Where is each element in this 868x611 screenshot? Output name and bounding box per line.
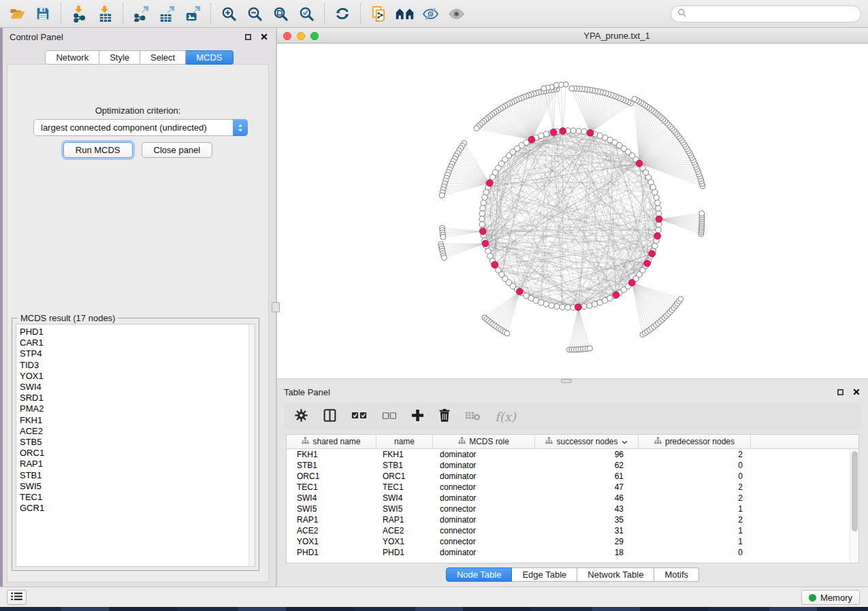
mcds-result-item[interactable]: PMA2	[20, 403, 255, 414]
run-mcds-button[interactable]: Run MCDS	[63, 142, 133, 158]
cell-name[interactable]: PHD1	[376, 547, 433, 558]
cell-mcds-role[interactable]: dominator	[433, 514, 535, 525]
table-row[interactable]: TEC1TEC1connector472	[287, 482, 850, 493]
cell-shared-name[interactable]: PHD1	[287, 547, 376, 558]
mcds-result-list[interactable]: PHD1CAR1STP4TID3YOX1SWI4SRD1PMA2FKH1ACE2…	[16, 324, 255, 567]
cell-mcds-role[interactable]: connector	[433, 536, 535, 547]
table-row[interactable]: ORC1ORC1dominator610	[287, 471, 850, 482]
table-row[interactable]: SWI5SWI5connector431	[287, 503, 850, 514]
cell-predecessor-nodes[interactable]: 2	[639, 449, 751, 460]
search-input[interactable]	[690, 7, 861, 21]
column-header-successor-nodes[interactable]: successor nodes	[535, 435, 639, 448]
cell-shared-name[interactable]: YOX1	[287, 536, 376, 547]
select-all-button[interactable]	[351, 410, 368, 423]
zoom-out-button[interactable]	[242, 2, 268, 25]
table-tab-network-table[interactable]: Network Table	[577, 567, 654, 582]
tab-select[interactable]: Select	[140, 50, 186, 65]
float-panel-icon[interactable]	[243, 32, 253, 42]
table-row[interactable]: ACE2ACE2connector311	[287, 525, 850, 536]
cell-successor-nodes[interactable]: 35	[535, 514, 639, 525]
cell-mcds-role[interactable]: dominator	[433, 460, 535, 471]
table-row[interactable]: STB1STB1dominator620	[287, 460, 850, 471]
cell-predecessor-nodes[interactable]: 2	[639, 482, 751, 493]
export-image-button[interactable]	[180, 2, 206, 25]
cell-predecessor-nodes[interactable]: 0	[639, 547, 751, 558]
mcds-result-item[interactable]: SRD1	[20, 393, 255, 403]
cell-shared-name[interactable]: FKH1	[287, 449, 376, 460]
mcds-result-item[interactable]: SWI5	[20, 481, 255, 492]
table-tab-node-table[interactable]: Node Table	[446, 567, 513, 582]
add-column-button[interactable]	[411, 409, 424, 424]
table-tab-edge-table[interactable]: Edge Table	[512, 567, 577, 582]
mcds-result-item[interactable]: FKH1	[20, 415, 255, 426]
show-columns-button[interactable]	[323, 408, 337, 425]
zoom-in-button[interactable]	[216, 2, 242, 25]
vertical-splitter-grip[interactable]	[272, 302, 280, 312]
cell-shared-name[interactable]: SWI5	[287, 503, 376, 514]
cell-shared-name[interactable]: STB1	[287, 460, 376, 471]
table-row[interactable]: RAP1RAP1dominator352	[287, 514, 850, 525]
mcds-result-item[interactable]: PHD1	[20, 327, 255, 337]
cell-name[interactable]: TEC1	[376, 482, 433, 493]
mcds-result-item[interactable]: STB1	[20, 470, 255, 481]
float-panel-icon[interactable]	[835, 387, 845, 397]
cell-predecessor-nodes[interactable]: 2	[639, 493, 751, 503]
cell-shared-name[interactable]: SWI4	[287, 493, 376, 503]
close-panel-icon[interactable]	[259, 32, 269, 42]
mcds-list-scrollbar[interactable]	[248, 325, 255, 566]
column-header-predecessor-nodes[interactable]: predecessor nodes	[639, 435, 751, 448]
network-canvas[interactable]	[277, 44, 868, 378]
cell-predecessor-nodes[interactable]: 2	[639, 514, 751, 525]
cell-mcds-role[interactable]: connector	[433, 482, 535, 493]
cell-successor-nodes[interactable]: 96	[535, 449, 639, 460]
mcds-result-item[interactable]: ORC1	[20, 448, 255, 459]
cell-mcds-role[interactable]: connector	[433, 503, 535, 514]
import-network-button[interactable]	[66, 2, 92, 25]
tab-style[interactable]: Style	[99, 50, 140, 65]
close-panel-icon[interactable]	[852, 387, 861, 397]
mcds-result-item[interactable]: ACE2	[20, 426, 255, 437]
horizontal-splitter[interactable]	[277, 378, 868, 383]
cell-shared-name[interactable]: RAP1	[287, 514, 376, 525]
horizontal-splitter-grip[interactable]	[561, 379, 572, 383]
mcds-result-item[interactable]: STP4	[20, 348, 255, 359]
zoom-fit-button[interactable]	[268, 2, 293, 25]
cell-name[interactable]: SWI4	[376, 493, 433, 503]
column-header-mcds-role[interactable]: MCDS role	[433, 435, 535, 448]
tab-network[interactable]: Network	[45, 50, 99, 65]
cell-mcds-role[interactable]: dominator	[433, 449, 535, 460]
memory-button[interactable]: Memory	[801, 590, 860, 605]
cell-predecessor-nodes[interactable]: 0	[639, 471, 751, 482]
cell-predecessor-nodes[interactable]: 0	[639, 460, 751, 471]
cell-successor-nodes[interactable]: 46	[535, 493, 639, 503]
cell-successor-nodes[interactable]: 43	[535, 503, 639, 514]
cell-mcds-role[interactable]: dominator	[433, 493, 535, 503]
first-neighbors-button[interactable]	[391, 2, 417, 25]
column-header-name[interactable]: name	[376, 435, 433, 448]
mcds-result-item[interactable]: CAR1	[20, 337, 255, 348]
import-table-button[interactable]	[92, 2, 118, 25]
save-button[interactable]	[30, 2, 56, 25]
cell-mcds-role[interactable]: connector	[433, 525, 535, 536]
cell-successor-nodes[interactable]: 61	[535, 471, 639, 482]
mcds-result-item[interactable]: RAP1	[20, 459, 255, 469]
mcds-result-item[interactable]: TEC1	[20, 492, 255, 503]
maximize-window-button[interactable]	[310, 32, 319, 40]
table-scrollbar[interactable]	[850, 449, 858, 563]
table-row[interactable]: PHD1PHD1dominator180	[287, 547, 850, 558]
mcds-result-item[interactable]: GCR1	[20, 503, 255, 514]
cell-successor-nodes[interactable]: 62	[535, 460, 639, 471]
export-network-button[interactable]	[128, 2, 154, 25]
cell-shared-name[interactable]: TEC1	[287, 482, 376, 493]
task-history-button[interactable]	[7, 590, 27, 605]
refresh-layout-button[interactable]	[329, 2, 355, 25]
criterion-dropdown[interactable]: largest connected component (undirected)	[33, 119, 248, 136]
cell-name[interactable]: ACE2	[376, 525, 433, 536]
table-scrollbar-thumb[interactable]	[852, 451, 858, 531]
cell-successor-nodes[interactable]: 18	[535, 547, 639, 558]
settings-button[interactable]	[294, 408, 308, 425]
mcds-result-item[interactable]: STB5	[20, 437, 255, 448]
zoom-selected-button[interactable]	[293, 2, 319, 25]
cell-shared-name[interactable]: ACE2	[287, 525, 376, 536]
hide-selected-button[interactable]	[417, 2, 443, 25]
